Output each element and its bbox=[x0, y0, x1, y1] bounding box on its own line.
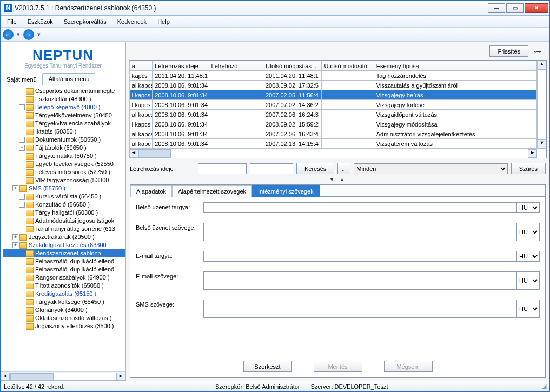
minimize-button[interactable]: — bbox=[488, 3, 505, 13]
text-field[interactable] bbox=[203, 202, 517, 213]
expand-icon[interactable]: + bbox=[19, 202, 25, 208]
tree-item[interactable]: Tárgyak költsége (65450 ) bbox=[3, 298, 125, 306]
tree-item[interactable]: Csoportos dokumentummegte bbox=[3, 87, 125, 95]
grid-vscroll[interactable]: ▲ ▼ bbox=[537, 61, 546, 149]
tree-item[interactable]: Okmányok (34000 ) bbox=[3, 306, 125, 314]
tree-item[interactable]: Jogviszony ellenőrzés (3500 ) bbox=[3, 322, 125, 330]
nav-tree[interactable]: Csoportos dokumentummegteEszközleltár (4… bbox=[1, 85, 125, 371]
tree-item[interactable]: Rendszerüzenet sablono bbox=[3, 249, 125, 257]
tree-hscroll[interactable]: ◄ ► bbox=[1, 371, 125, 381]
refresh-button[interactable]: Frissítés bbox=[489, 45, 528, 57]
expand-icon[interactable]: + bbox=[12, 234, 18, 240]
detail-tab[interactable]: Alapértelmezett szövegek bbox=[172, 185, 252, 197]
tree-item[interactable]: +Konzultáció (56650 ) bbox=[3, 201, 125, 209]
scroll-track[interactable] bbox=[10, 373, 116, 381]
expand-icon[interactable]: + bbox=[19, 145, 25, 151]
expand-icon[interactable]: + bbox=[12, 185, 18, 191]
maximize-button[interactable]: ▭ bbox=[506, 3, 524, 13]
text-field[interactable] bbox=[203, 251, 517, 262]
tree-item[interactable]: Egyéb tevékenységek (52550 bbox=[3, 160, 125, 168]
cancel-button[interactable]: Mégsem bbox=[384, 361, 433, 372]
search-more-button[interactable]: ... bbox=[337, 163, 350, 174]
tree-item[interactable]: Iktatás (50350 ) bbox=[3, 128, 125, 136]
text-field[interactable] bbox=[203, 271, 517, 290]
expand-icon[interactable]: + bbox=[19, 104, 25, 110]
hscroll-right[interactable]: ► bbox=[528, 149, 537, 158]
tree-item[interactable]: Rangsor szabályok (64900 ) bbox=[3, 274, 125, 282]
filter-select[interactable]: Minden bbox=[354, 163, 507, 174]
language-select[interactable]: HU bbox=[517, 271, 540, 290]
table-row[interactable]: l kapcs2008.10.06. 9:01:342007.02.05. 11… bbox=[130, 90, 537, 100]
menu-item[interactable]: File bbox=[3, 17, 21, 26]
tree-item[interactable]: Tanulmányi átlag sorrend (613 bbox=[3, 225, 125, 233]
tree-item[interactable]: Felhasználói duplikáció ellenő bbox=[3, 265, 125, 274]
column-header[interactable]: Létrehozás ideje bbox=[153, 61, 209, 71]
grid-hscroll[interactable]: ◄ ► bbox=[129, 149, 537, 158]
tree-item[interactable]: +Jegyzetraktárak (20500 ) bbox=[3, 233, 125, 241]
nav-forward-button[interactable]: → bbox=[23, 29, 34, 40]
scroll-left-arrow[interactable]: ◄ bbox=[1, 373, 10, 381]
vscroll-up[interactable]: ▲ bbox=[538, 61, 546, 70]
expand-icon[interactable]: + bbox=[19, 194, 25, 200]
language-select[interactable]: HU bbox=[517, 223, 540, 241]
expand-icon[interactable]: + bbox=[12, 242, 18, 248]
tree-item[interactable]: +Dokumentumok (50550 ) bbox=[3, 136, 125, 144]
tree-item[interactable]: +Fájltárolók (50650 ) bbox=[3, 144, 125, 152]
language-select[interactable]: HU bbox=[517, 251, 540, 262]
save-button[interactable]: Mentés bbox=[314, 361, 362, 372]
column-header[interactable]: Esemény típusa bbox=[374, 61, 536, 71]
search-input-1[interactable] bbox=[198, 163, 247, 174]
left-tab[interactable]: Saját menü bbox=[1, 74, 43, 85]
menu-item[interactable]: Szerepkörváltás bbox=[59, 17, 111, 26]
column-header[interactable]: Létrehozó bbox=[209, 61, 263, 71]
tree-item[interactable]: +Belépő képernyő (4800 ) bbox=[3, 103, 125, 111]
tree-item[interactable]: +SMS (55750 ) bbox=[3, 184, 125, 192]
pin-icon[interactable]: ⊶ bbox=[532, 47, 544, 56]
detail-tab[interactable]: Intézményi szövegek bbox=[252, 185, 320, 197]
menu-item[interactable]: Kedvencek bbox=[113, 17, 151, 26]
table-row[interactable]: al kapc2008.10.06. 9:01:342007.02.13. 14… bbox=[130, 139, 537, 149]
hscroll-left[interactable]: ◄ bbox=[129, 149, 138, 158]
tree-item[interactable]: Féléves indexsorok (52750 ) bbox=[3, 168, 125, 176]
left-tab[interactable]: Általános menü bbox=[43, 73, 96, 85]
menu-item[interactable]: Help bbox=[153, 17, 174, 26]
table-row[interactable]: al kapcs2008.10.06. 9:01:342007.02.06. 1… bbox=[130, 110, 537, 119]
tree-item[interactable]: Oktatási azonosító változás ( bbox=[3, 314, 125, 322]
tree-item[interactable]: Tiltott azonosítók (65050 ) bbox=[3, 282, 125, 290]
text-field[interactable] bbox=[203, 223, 517, 241]
tree-item[interactable]: +Kurzus várólista (56450 ) bbox=[3, 192, 125, 201]
tree-item[interactable]: +Szakdolgozat kezelés (63300 bbox=[3, 241, 125, 249]
language-select[interactable]: HU bbox=[517, 202, 540, 213]
vscroll-down[interactable]: ▼ bbox=[538, 139, 546, 149]
collapse-toggle[interactable]: ▼ ▲ bbox=[129, 176, 547, 182]
text-field[interactable] bbox=[203, 300, 517, 318]
tree-item[interactable]: Kreditigazolás (65150 ) bbox=[3, 290, 125, 298]
hscroll-thumb[interactable] bbox=[138, 149, 171, 158]
table-row[interactable]: al kapcs2008.10.06. 9:01:342007.02.06. 1… bbox=[130, 129, 537, 139]
tree-item[interactable]: Adatmódosítási jogosultságok bbox=[3, 217, 125, 225]
column-header[interactable]: a bbox=[130, 61, 153, 71]
nav-back-button[interactable]: ← bbox=[3, 29, 14, 40]
detail-tab[interactable]: Alapadatok bbox=[130, 185, 172, 197]
tree-item[interactable]: Tárgyekvivalencia szabályok bbox=[3, 119, 125, 128]
scroll-right-arrow[interactable]: ► bbox=[116, 373, 125, 381]
table-row[interactable]: l kapcs2008.10.06. 9:01:342008.09.02. 15… bbox=[130, 119, 537, 129]
table-row[interactable]: l kapcs2008.10.06. 9:01:342007.07.02. 14… bbox=[130, 100, 537, 110]
table-row[interactable]: al kapcs2008.10.06. 9:01:342008.09.02. 1… bbox=[130, 81, 537, 90]
scroll-thumb[interactable] bbox=[10, 373, 54, 380]
data-grid[interactable]: aLétrehozás idejeLétrehozóUtolsó módosít… bbox=[129, 60, 547, 158]
nav-back-dropdown[interactable]: ▾ bbox=[16, 31, 21, 38]
close-button[interactable]: ✕ bbox=[525, 3, 548, 13]
tree-item[interactable]: Tárgy hallgatói (60300 ) bbox=[3, 209, 125, 217]
table-row[interactable]: kapcs2011.04.20. 11:48:12011.04.20. 11:4… bbox=[130, 71, 537, 81]
tree-item[interactable]: Tárgyelőkövetelmény (50450 bbox=[3, 111, 125, 119]
tree-item[interactable]: Felhasználói duplikáció ellenő bbox=[3, 257, 125, 265]
search-button[interactable]: Keresés bbox=[296, 163, 334, 174]
tree-item[interactable]: Eszközleltár (48900 ) bbox=[3, 95, 125, 103]
column-header[interactable]: Utolsó módosítás ... bbox=[263, 61, 321, 71]
edit-button[interactable]: Szerkeszt bbox=[243, 361, 292, 372]
column-header[interactable]: Utolsó módosító bbox=[322, 61, 374, 71]
tree-item[interactable]: Tárgytematika (50750 ) bbox=[3, 152, 125, 160]
tree-item[interactable]: VIR tárgyazonosság (53300 bbox=[3, 176, 125, 184]
nav-forward-dropdown[interactable]: ▾ bbox=[36, 31, 42, 38]
